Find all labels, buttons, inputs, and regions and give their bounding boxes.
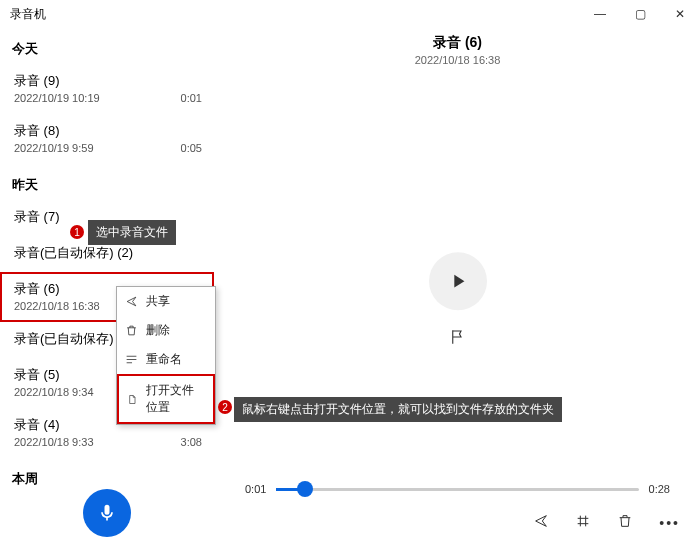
detail-header: 录音 (6) 2022/10/18 16:38 <box>215 34 700 66</box>
file-icon <box>127 393 138 406</box>
ctx-delete[interactable]: 删除 <box>117 316 215 345</box>
close-button[interactable]: ✕ <box>660 0 700 28</box>
detail-title: 录音 (6) <box>215 34 700 52</box>
share-icon <box>533 513 549 529</box>
annotation-text-1: 选中录音文件 <box>88 220 176 245</box>
maximize-button[interactable]: ▢ <box>620 0 660 28</box>
main: 今天 录音 (9) 2022/10/19 10:19 0:01 录音 (8) 2… <box>0 28 700 545</box>
timeline: 0:01 0:28 <box>245 483 670 495</box>
ctx-open-location[interactable]: 打开文件位置 <box>117 374 215 424</box>
detail-date: 2022/10/18 16:38 <box>215 54 700 66</box>
section-today: 今天 <box>0 28 214 64</box>
time-elapsed: 0:01 <box>245 483 266 495</box>
share-button[interactable] <box>533 513 549 533</box>
more-button[interactable]: ••• <box>659 515 680 531</box>
context-menu: 共享 删除 重命名 打开文件位置 <box>116 286 216 425</box>
annotation-badge-1: 1 <box>70 225 84 239</box>
trash-icon <box>617 513 633 529</box>
annotation-badge-2: 2 <box>218 400 232 414</box>
record-button[interactable] <box>83 489 131 537</box>
time-total: 0:28 <box>649 483 670 495</box>
detail-pane: 录音 (6) 2022/10/18 16:38 0:01 0:28 ••• <box>215 28 700 545</box>
seek-track[interactable] <box>276 488 638 491</box>
window-controls: — ▢ ✕ <box>580 0 700 28</box>
trim-icon <box>575 513 591 529</box>
section-yesterday: 昨天 <box>0 164 214 200</box>
trim-button[interactable] <box>575 513 591 533</box>
flag-button[interactable] <box>449 328 467 350</box>
play-icon <box>447 270 469 292</box>
detail-toolbar: ••• <box>533 513 680 533</box>
app-title: 录音机 <box>10 6 46 23</box>
list-item[interactable]: 录音 (8) 2022/10/19 9:59 0:05 <box>0 114 214 164</box>
rename-icon <box>125 353 138 366</box>
trash-icon <box>125 324 138 337</box>
share-icon <box>125 295 138 308</box>
title-bar: 录音机 — ▢ ✕ <box>0 0 700 28</box>
microphone-icon <box>97 503 117 523</box>
seek-thumb[interactable] <box>297 481 313 497</box>
flag-icon <box>449 328 467 346</box>
delete-button[interactable] <box>617 513 633 533</box>
annotation-text-2: 鼠标右键点击打开文件位置，就可以找到文件存放的文件夹 <box>234 397 562 422</box>
play-button[interactable] <box>429 252 487 310</box>
list-item[interactable]: 录音 (9) 2022/10/19 10:19 0:01 <box>0 64 214 114</box>
minimize-button[interactable]: — <box>580 0 620 28</box>
ctx-rename[interactable]: 重命名 <box>117 345 215 374</box>
ctx-share[interactable]: 共享 <box>117 287 215 316</box>
